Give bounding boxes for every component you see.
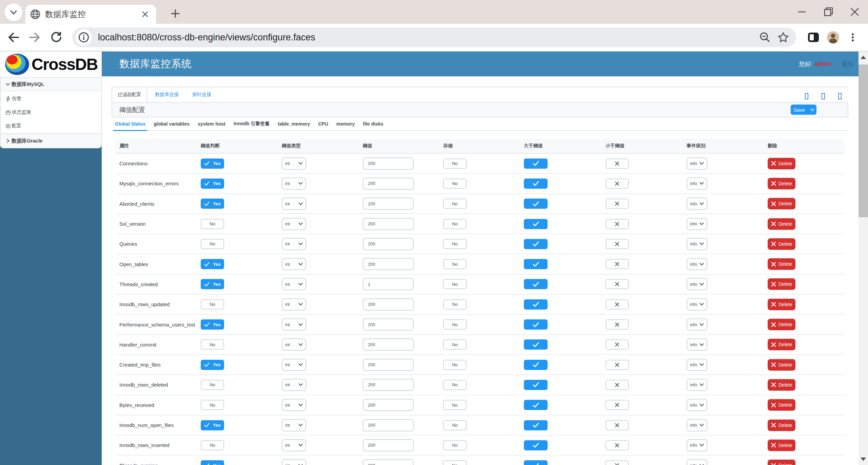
less-than-button[interactable] [606, 400, 629, 410]
greater-than-button[interactable] [524, 380, 548, 390]
delete-button[interactable]: Delete [768, 218, 795, 230]
sidebar-section-mysql[interactable]: 数据库MySQL [1, 78, 101, 91]
less-than-button[interactable] [606, 460, 629, 465]
greater-than-button[interactable] [524, 259, 548, 269]
type-select[interactable]: int [282, 399, 306, 411]
scroll-down-arrow[interactable] [859, 453, 868, 465]
less-than-button[interactable] [606, 259, 629, 269]
threshold-value-input[interactable] [363, 238, 414, 250]
store-toggle[interactable]: No [443, 219, 467, 229]
type-select[interactable]: int [282, 439, 306, 451]
judge-toggle[interactable]: No [201, 400, 224, 410]
type-select[interactable]: int [282, 338, 306, 351]
store-toggle[interactable]: No [443, 360, 467, 370]
level-select[interactable]: info [687, 439, 707, 451]
store-toggle[interactable]: No [443, 420, 467, 430]
level-select[interactable]: info [687, 258, 707, 270]
level-select[interactable]: info [687, 178, 707, 190]
forward-button[interactable] [25, 28, 44, 47]
type-select[interactable]: int [282, 278, 306, 290]
level-select[interactable]: info [687, 238, 707, 250]
store-toggle[interactable]: No [443, 400, 467, 410]
type-select[interactable]: int [282, 238, 306, 250]
threshold-value-input[interactable] [363, 338, 414, 351]
less-than-button[interactable] [606, 279, 629, 289]
logout-link[interactable]: 退出 [842, 60, 854, 68]
subtab-innodb-[interactable]: Innodb 引擎变量 [232, 117, 272, 130]
greater-than-button[interactable] [524, 179, 548, 189]
judge-toggle[interactable]: Yes [201, 179, 224, 189]
type-select[interactable]: int [282, 379, 306, 391]
level-select[interactable]: info [687, 399, 707, 411]
greater-than-button[interactable] [524, 460, 548, 465]
less-than-button[interactable] [606, 219, 629, 229]
delete-button[interactable]: Delete [768, 238, 795, 250]
delete-button[interactable]: Delete [768, 178, 795, 189]
delete-button[interactable]: Delete [768, 198, 795, 209]
judge-toggle[interactable]: No [201, 339, 224, 350]
delete-button[interactable]: Delete [768, 379, 795, 391]
judge-toggle[interactable]: Yes [201, 279, 224, 289]
level-select[interactable]: info [687, 459, 707, 465]
threshold-value-input[interactable] [363, 359, 414, 371]
greater-than-button[interactable] [524, 219, 548, 229]
level-select[interactable]: info [687, 157, 707, 170]
threshold-value-input[interactable] [363, 419, 414, 431]
level-select[interactable]: info [687, 379, 707, 391]
subtab-memory[interactable]: memory [335, 117, 356, 130]
judge-toggle[interactable]: No [201, 219, 224, 229]
level-select[interactable]: info [687, 338, 707, 351]
browser-menu-button[interactable] [843, 27, 863, 47]
subtab-table-memory[interactable]: table_memory [276, 117, 312, 130]
save-button[interactable]: Save [791, 105, 808, 115]
greater-than-button[interactable] [524, 199, 548, 209]
window-restore-button[interactable] [815, 0, 842, 24]
threshold-value-input[interactable] [363, 439, 414, 451]
less-than-button[interactable] [606, 199, 629, 209]
level-select[interactable]: info [687, 318, 707, 331]
store-toggle[interactable]: No [443, 279, 467, 289]
threshold-value-input[interactable] [363, 459, 414, 465]
level-select[interactable]: info [687, 419, 707, 431]
tab-filter-config[interactable]: 过滤器配置 [112, 87, 147, 102]
type-select[interactable]: int [282, 419, 306, 431]
bookmark-star-button[interactable] [775, 29, 791, 45]
sidebar-item-alerts[interactable]: 告警 [1, 92, 101, 106]
less-than-button[interactable] [606, 440, 629, 450]
less-than-button[interactable] [606, 239, 629, 249]
store-toggle[interactable]: No [443, 339, 467, 350]
delete-button[interactable]: Delete [768, 319, 795, 330]
less-than-button[interactable] [606, 360, 629, 370]
store-toggle[interactable]: No [443, 259, 467, 269]
greater-than-button[interactable] [524, 360, 548, 370]
greater-than-button[interactable] [524, 400, 548, 410]
store-toggle[interactable]: No [443, 380, 467, 390]
scrollbar-thumb[interactable] [859, 64, 868, 217]
judge-toggle[interactable]: Yes [201, 199, 224, 209]
back-button[interactable] [4, 28, 23, 47]
delete-button[interactable]: Delete [768, 420, 795, 431]
tab-search-button[interactable] [5, 3, 22, 21]
judge-toggle[interactable]: No [201, 239, 224, 249]
less-than-button[interactable] [606, 380, 629, 390]
subtab-global-variables[interactable]: global variables [152, 117, 191, 130]
subtab-system-host[interactable]: system host [196, 117, 227, 130]
less-than-button[interactable] [606, 420, 629, 430]
url-text[interactable]: localhost:8080/cross-db-engine/views/con… [98, 32, 757, 43]
type-select[interactable]: int [282, 298, 306, 311]
threshold-value-input[interactable] [363, 278, 414, 290]
judge-toggle[interactable]: No [201, 299, 224, 310]
url-bar[interactable]: localhost:8080/cross-db-engine/views/con… [72, 27, 796, 47]
browser-tab[interactable]: 数据库监控 [25, 5, 156, 24]
panel-icon-1[interactable] [805, 93, 808, 99]
less-than-button[interactable] [606, 159, 629, 169]
level-select[interactable]: info [687, 278, 707, 290]
sidebar-item-status[interactable]: 状态监测 [1, 106, 101, 119]
less-than-button[interactable] [606, 319, 629, 330]
level-select[interactable]: info [687, 298, 707, 311]
window-close-button[interactable] [842, 0, 868, 24]
store-toggle[interactable]: No [443, 239, 467, 249]
sidebar-section-oracle[interactable]: 数据库Oracle [1, 133, 101, 148]
save-dropdown-button[interactable] [808, 105, 816, 115]
greater-than-button[interactable] [524, 279, 548, 289]
